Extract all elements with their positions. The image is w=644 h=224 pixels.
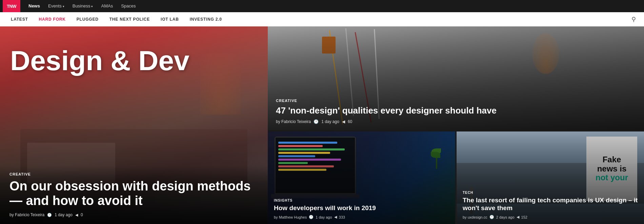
main-grid: Design & Dev CREATIVE On our obsession w… (0, 26, 644, 224)
hero-section-title: Design & Dev (10, 47, 189, 75)
top-nav-links: News Events▾ Business▾ AMAs Spaces (24, 0, 140, 13)
hero-author: by Fabricio Teixeira (9, 212, 44, 217)
search-icon[interactable]: ⚲ (629, 16, 639, 23)
sub-nav-links: LATEST HARD FORK PLUGGED THE NEXT POLICE… (5, 12, 629, 26)
article2-author: by Matthew Hughes (274, 215, 307, 219)
article2-title: How developers will work in 2019 (274, 204, 449, 212)
article-3[interactable]: Fake news is not your TECH The last reso… (457, 131, 644, 224)
article2-time: 1 day ago (316, 215, 332, 219)
nav-item-business[interactable]: Business▾ (68, 0, 97, 13)
subnav-item-plugged[interactable]: PLUGGED (71, 12, 104, 26)
nav-link-business[interactable]: Business▾ (68, 0, 97, 13)
logo[interactable]: TNW (3, 0, 20, 12)
article3-title: The last resort of failing tech companie… (463, 197, 638, 212)
hero-shares: 0 (81, 212, 83, 217)
right-column: CREATIVE 47 'non-design' qualities every… (268, 26, 644, 224)
nav-link-news[interactable]: News (24, 0, 44, 12)
subnav-link-iotlab[interactable]: IOT LAB (155, 12, 184, 26)
clock-icon: 🕐 (47, 213, 52, 217)
article1-time: 1 day ago (321, 119, 339, 124)
article1-author: by Fabricio Teixeira (276, 119, 311, 124)
article-1[interactable]: CREATIVE 47 'non-design' qualities every… (268, 26, 644, 131)
share-icon: ◀ (75, 213, 78, 217)
article1-shares: 60 (348, 119, 352, 124)
subnav-item-investing[interactable]: INVESTING 2.0 (184, 12, 227, 26)
sub-nav: LATEST HARD FORK PLUGGED THE NEXT POLICE… (0, 12, 644, 26)
chevron-down-icon: ▾ (91, 5, 93, 8)
nav-item-spaces[interactable]: Spaces (117, 0, 140, 12)
article1-category: CREATIVE (276, 99, 636, 103)
hero-category: CREATIVE (9, 172, 258, 176)
article2-shares: 333 (339, 215, 345, 219)
article3-content: TECH The last resort of failing tech com… (457, 186, 644, 224)
subnav-item-nextpolice[interactable]: THE NEXT POLICE (104, 12, 155, 26)
article2-content: INSIGHTS How developers will work in 201… (268, 194, 455, 224)
article3-category: TECH (463, 191, 638, 195)
subnav-item-iotlab[interactable]: IOT LAB (155, 12, 184, 26)
article1-title: 47 'non-design' qualities every designer… (276, 105, 636, 116)
hero-content: CREATIVE On our obsession with design me… (0, 165, 268, 224)
nav-link-spaces[interactable]: Spaces (117, 0, 140, 12)
article2-meta: by Matthew Hughes 🕐 1 day ago ◀ 333 (274, 215, 449, 219)
bottom-articles: INSIGHTS How developers will work in 201… (268, 131, 644, 224)
nav-item-events[interactable]: Events▾ (44, 0, 68, 13)
chevron-down-icon: ▾ (63, 5, 64, 8)
subnav-item-latest[interactable]: LATEST (5, 12, 34, 26)
hero-time: 1 day ago (55, 212, 73, 217)
article-2[interactable]: INSIGHTS How developers will work in 201… (268, 131, 457, 224)
nav-link-amas[interactable]: AMAs (97, 0, 117, 12)
subnav-link-nextpolice[interactable]: THE NEXT POLICE (104, 12, 155, 26)
logo-text: TNW (7, 4, 16, 8)
nav-item-news[interactable]: News (24, 0, 44, 12)
article3-shares: 152 (521, 215, 527, 219)
subnav-link-hardfork[interactable]: HARD FORK (34, 12, 71, 26)
article1-content: CREATIVE 47 'non-design' qualities every… (268, 93, 644, 130)
share-icon-3: ◀ (517, 215, 519, 219)
hero-meta: by Fabricio Teixeira 🕐 1 day ago ◀ 0 (9, 212, 258, 217)
clock-icon-1: 🕐 (314, 119, 319, 124)
subnav-link-plugged[interactable]: PLUGGED (71, 12, 104, 26)
article3-time: 2 days ago (496, 215, 515, 219)
article1-meta: by Fabricio Teixeira 🕐 1 day ago ◀ 60 (276, 119, 636, 124)
subnav-link-latest[interactable]: LATEST (5, 12, 34, 26)
article3-meta: by uxdesign.cc 🕐 2 days ago ◀ 152 (463, 215, 638, 219)
hero-article[interactable]: Design & Dev CREATIVE On our obsession w… (0, 26, 268, 224)
top-nav: TNW News Events▾ Business▾ AMAs Spaces (0, 0, 644, 12)
hero-title: On our obsession with design methods — a… (9, 179, 258, 208)
share-icon-1: ◀ (342, 119, 345, 124)
article3-author: by uxdesign.cc (463, 215, 487, 219)
share-icon-2: ◀ (334, 215, 337, 219)
clock-icon-2: 🕐 (309, 215, 314, 219)
nav-link-events[interactable]: Events▾ (44, 0, 68, 13)
article2-category: INSIGHTS (274, 199, 449, 202)
subnav-link-investing[interactable]: INVESTING 2.0 (184, 12, 227, 26)
nav-item-amas[interactable]: AMAs (97, 0, 117, 12)
clock-icon-3: 🕐 (489, 215, 494, 219)
subnav-item-hardfork[interactable]: HARD FORK (34, 12, 71, 26)
